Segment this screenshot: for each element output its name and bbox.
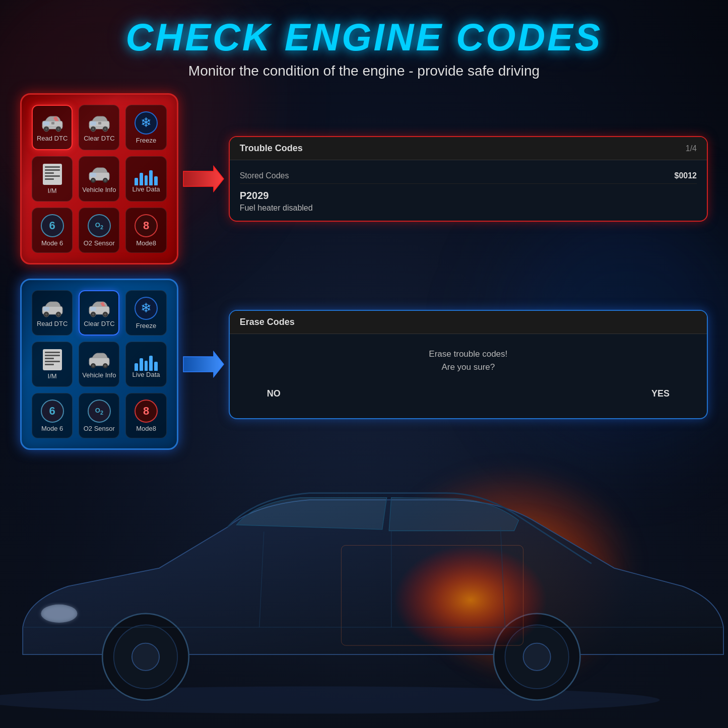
svg-rect-15 <box>43 121 49 125</box>
svg-point-41 <box>92 313 94 315</box>
trouble-codes-header: Trouble Codes 1/4 <box>230 137 707 160</box>
car-clear-icon-2 <box>86 299 112 318</box>
bottom-section-row: Read DTC Clear DTC ❄ Freeze <box>20 279 708 450</box>
menu-item-live-data-2[interactable]: Live Data <box>125 342 166 387</box>
svg-point-8 <box>305 509 560 691</box>
svg-point-47 <box>92 364 94 367</box>
main-title: CHECK ENGINE CODES <box>0 15 728 59</box>
top-result-block: Trouble Codes 1/4 Stored Codes $0012 P20… <box>229 136 708 222</box>
im-label: I/M <box>48 187 57 194</box>
erase-codes-title: Erase Codes <box>240 317 295 327</box>
menu-item-o2sensor[interactable]: O2 O2 Sensor <box>79 208 119 253</box>
mode8-icon: 8 <box>135 214 158 237</box>
o2-sensor-label-2: O2 Sensor <box>84 425 115 432</box>
vehicle-info-icon-2 <box>86 350 112 369</box>
freeze-label-2: Freeze <box>136 322 156 329</box>
trouble-codes-page: 1/4 <box>686 144 697 153</box>
erase-message1: Erase trouble codes! <box>242 349 695 359</box>
menu-item-mode8-2[interactable]: 8 Mode8 <box>125 393 166 438</box>
bottom-arrow-block <box>178 349 229 379</box>
mode6-icon: 6 <box>41 214 64 237</box>
svg-point-35 <box>45 313 47 315</box>
svg-point-49 <box>104 364 106 367</box>
clear-dtc-label: Clear DTC <box>84 135 114 142</box>
erase-no-button[interactable]: NO <box>257 384 291 403</box>
menu-item-im[interactable]: I/M <box>32 156 73 202</box>
menu-item-mode6[interactable]: 6 Mode 6 <box>32 208 73 253</box>
live-data-icon-2 <box>135 351 158 371</box>
svg-rect-24 <box>98 122 101 124</box>
car-read-icon <box>39 113 65 133</box>
bottom-menu-block: Read DTC Clear DTC ❄ Freeze <box>20 279 178 450</box>
erase-codes-panel: Erase Codes Erase trouble codes! Are you… <box>229 310 708 419</box>
top-menu-block: Read DTC Clear DTC ❄ Freeze <box>20 93 178 264</box>
menu-item-freeze-2[interactable]: ❄ Freeze <box>125 290 166 336</box>
trouble-codes-body: Stored Codes $0012 P2029 Fuel heater dis… <box>230 160 707 221</box>
vehicle-info-icon <box>86 165 112 184</box>
menu-item-clear-dtc-2[interactable]: Clear DTC <box>79 290 119 336</box>
menu-item-im-2[interactable]: I/M <box>32 342 73 387</box>
trouble-codes-title: Trouble Codes <box>240 143 303 154</box>
freeze-label: Freeze <box>136 137 156 144</box>
read-dtc-label-2: Read DTC <box>37 320 68 327</box>
stored-codes-row: Stored Codes $0012 <box>240 168 697 184</box>
subtitle: Monitor the condition of the engine - pr… <box>0 63 728 79</box>
mode6-label-2: Mode 6 <box>41 425 63 432</box>
live-data-label: Live Data <box>133 185 160 193</box>
trouble-description: Fuel heater disabled <box>240 204 697 213</box>
live-data-icon <box>135 165 158 185</box>
svg-rect-23 <box>90 121 96 125</box>
bottom-arrow <box>181 349 226 379</box>
o2-sensor-label: O2 Sensor <box>84 239 115 247</box>
erase-yes-button[interactable]: YES <box>641 384 680 403</box>
mode6-label: Mode 6 <box>41 239 63 247</box>
live-data-label-2: Live Data <box>133 371 160 378</box>
menu-item-freeze[interactable]: ❄ Freeze <box>125 105 166 150</box>
svg-marker-32 <box>183 166 224 191</box>
erase-message2: Are you sure? <box>242 362 695 372</box>
svg-point-37 <box>57 313 59 315</box>
o2-sensor-icon: O2 <box>88 214 111 237</box>
svg-rect-44 <box>90 307 96 311</box>
both-sections: Read DTC Clear DTC ❄ Freeze <box>20 93 708 450</box>
menu-item-mode6-2[interactable]: 6 Mode 6 <box>32 393 73 438</box>
svg-rect-16 <box>51 122 54 124</box>
header: CHECK ENGINE CODES Monitor the condition… <box>0 15 728 79</box>
car-clear-icon <box>86 113 112 133</box>
svg-point-3 <box>132 643 159 671</box>
menu-item-live-data[interactable]: Live Data <box>125 156 166 202</box>
read-dtc-label: Read DTC <box>37 135 68 142</box>
top-section-row: Read DTC Clear DTC ❄ Freeze <box>20 93 708 264</box>
menu-item-read-dtc-2[interactable]: Read DTC <box>32 290 73 336</box>
im-label-2: I/M <box>48 372 57 380</box>
svg-rect-38 <box>43 307 49 311</box>
menu-item-vehicle-info[interactable]: Vehicle Info <box>79 156 119 202</box>
erase-codes-header: Erase Codes <box>230 311 707 334</box>
stored-codes-value: $0012 <box>675 171 697 180</box>
menu-item-read-dtc[interactable]: Read DTC <box>32 105 73 150</box>
top-arrow-block <box>178 164 229 194</box>
mode8-label-2: Mode8 <box>136 425 156 432</box>
bottom-result-block: Erase Codes Erase trouble codes! Are you… <box>229 310 708 419</box>
menu-item-o2sensor-2[interactable]: O2 O2 Sensor <box>79 393 119 438</box>
svg-point-30 <box>104 179 106 181</box>
vehicle-info-label-2: Vehicle Info <box>82 371 116 379</box>
erase-panel-body: Erase trouble codes! Are you sure? NO YE… <box>230 334 707 418</box>
vehicle-info-label: Vehicle Info <box>82 186 116 193</box>
svg-point-20 <box>92 127 94 130</box>
svg-point-12 <box>45 127 47 130</box>
trouble-code: P2029 <box>240 190 697 202</box>
o2-sensor-icon-2: O2 <box>88 400 111 423</box>
doc-icon <box>43 164 62 185</box>
menu-item-vehicle-info-2[interactable]: Vehicle Info <box>79 342 119 387</box>
menu-item-mode8[interactable]: 8 Mode8 <box>125 208 166 253</box>
mode6-icon-2: 6 <box>41 400 64 423</box>
svg-point-7 <box>41 605 77 623</box>
menu-item-clear-dtc[interactable]: Clear DTC <box>79 105 119 150</box>
top-menu-panel: Read DTC Clear DTC ❄ Freeze <box>20 93 178 264</box>
bottom-menu-panel: Read DTC Clear DTC ❄ Freeze <box>20 279 178 450</box>
erase-buttons: NO YES <box>242 384 695 403</box>
freeze-icon-2: ❄ <box>135 297 158 320</box>
svg-point-14 <box>57 127 59 130</box>
svg-marker-50 <box>183 352 224 377</box>
